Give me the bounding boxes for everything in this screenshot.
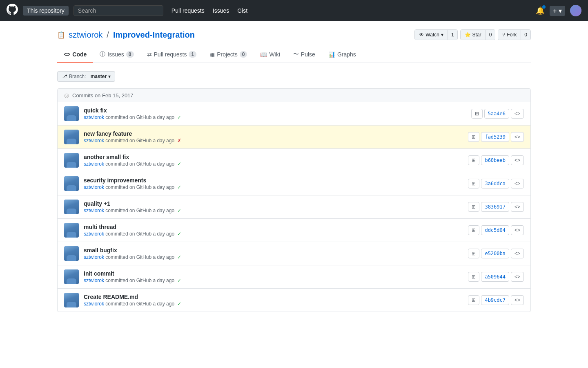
- browse-code-button[interactable]: <>: [511, 249, 524, 258]
- commit-author-link[interactable]: sztwiorok: [84, 114, 104, 120]
- commit-message-link[interactable]: security improvements: [84, 177, 146, 184]
- search-input[interactable]: Search: [74, 5, 163, 16]
- gist-nav-link[interactable]: Gist: [237, 7, 247, 14]
- star-count[interactable]: 0: [486, 30, 495, 40]
- commit-info: multi thread sztwiorok committed on GitH…: [84, 224, 463, 237]
- browse-code-button[interactable]: <>: [511, 295, 524, 305]
- avatar-face: [64, 200, 79, 214]
- commit-hash-link[interactable]: b60beeb: [481, 155, 509, 165]
- copy-hash-button[interactable]: ⊞: [468, 132, 479, 142]
- code-tab-icon: <>: [64, 51, 70, 58]
- browse-code-button[interactable]: <>: [511, 155, 524, 165]
- eye-icon: 👁: [419, 32, 424, 38]
- commits-date-icon: ◎: [64, 92, 69, 99]
- commit-author-link[interactable]: sztwiorok: [84, 184, 104, 190]
- check-success-icon: ✓: [177, 208, 181, 213]
- commit-message-link[interactable]: small bugfix: [84, 247, 117, 254]
- pr-tab-icon: ⇄: [147, 51, 152, 58]
- tab-pulse[interactable]: 〜 Pulse: [287, 47, 322, 63]
- browse-code-button[interactable]: <>: [511, 132, 524, 142]
- commit-row: init commit sztwiorok committed on GitHu…: [58, 265, 530, 289]
- projects-badge: 0: [240, 51, 247, 58]
- fork-count[interactable]: 0: [521, 30, 530, 40]
- issues-nav-link[interactable]: Issues: [213, 7, 229, 14]
- tab-projects[interactable]: ▦ Projects 0: [203, 47, 254, 63]
- commit-actions: ⊞ 4b9cdc7 <>: [468, 295, 524, 305]
- browse-code-button[interactable]: <>: [511, 202, 524, 212]
- copy-hash-button[interactable]: ⊞: [468, 272, 479, 282]
- commit-author-link[interactable]: sztwiorok: [84, 254, 104, 260]
- commit-author-link[interactable]: sztwiorok: [84, 138, 104, 144]
- commits-container: quick fix sztwiorok committed on GitHub …: [58, 102, 530, 312]
- browse-code-button[interactable]: <>: [511, 272, 524, 282]
- commit-message-link[interactable]: another small fix: [84, 154, 129, 160]
- commit-author-avatar: [64, 106, 79, 121]
- commit-hash-link[interactable]: e5200ba: [481, 249, 509, 258]
- commit-hash-link[interactable]: 5aa4e6: [484, 109, 509, 119]
- commit-row: multi thread sztwiorok committed on GitH…: [58, 219, 530, 242]
- star-button[interactable]: ⭐ Star: [461, 30, 486, 40]
- notifications-bell-icon[interactable]: 🔔: [536, 6, 545, 15]
- commit-hash-link[interactable]: ddc5d04: [481, 225, 509, 235]
- browse-code-button[interactable]: <>: [511, 225, 524, 235]
- commit-message-link[interactable]: quality +1: [84, 200, 110, 207]
- commit-author-link[interactable]: sztwiorok: [84, 161, 104, 167]
- commit-author-link[interactable]: sztwiorok: [84, 278, 104, 283]
- pull-requests-nav-link[interactable]: Pull requests: [172, 7, 205, 14]
- repo-name-link[interactable]: Improved-Integration: [113, 30, 195, 40]
- check-success-icon: ✓: [177, 301, 181, 307]
- watch-count[interactable]: 1: [448, 30, 457, 40]
- copy-hash-button[interactable]: ⊞: [468, 225, 479, 235]
- commit-author-link[interactable]: sztwiorok: [84, 301, 104, 307]
- check-success-icon: ✓: [177, 114, 181, 120]
- branch-selector[interactable]: ⎇ Branch: master ▾: [57, 71, 115, 82]
- avatar-face: [64, 176, 79, 191]
- tab-pull-requests[interactable]: ⇄ Pull requests 1: [140, 47, 203, 63]
- commit-message-link[interactable]: Create README.md: [84, 294, 138, 300]
- commit-info: security improvements sztwiorok committe…: [84, 177, 463, 190]
- new-item-plus-icon[interactable]: + ▾: [550, 6, 565, 16]
- commit-hash-link[interactable]: 3a6ddca: [481, 179, 509, 188]
- commit-message-link[interactable]: new fancy feature: [84, 130, 132, 137]
- pr-badge: 1: [189, 51, 196, 58]
- commit-info: quick fix sztwiorok committed on GitHub …: [84, 107, 466, 120]
- copy-hash-button[interactable]: ⊞: [471, 109, 483, 119]
- commit-row: security improvements sztwiorok committe…: [58, 172, 530, 195]
- tab-graphs[interactable]: 📊 Graphs: [322, 47, 363, 63]
- commit-hash-link[interactable]: 3836917: [481, 202, 509, 212]
- tab-code[interactable]: <> Code: [57, 47, 93, 63]
- commit-hash-link[interactable]: fad5239: [481, 132, 509, 142]
- commit-author-link[interactable]: sztwiorok: [84, 231, 104, 237]
- repo-title: 📋 sztwiorok / Improved-Integration: [57, 30, 195, 40]
- this-repository-label[interactable]: This repository: [23, 6, 69, 16]
- browse-code-button[interactable]: <>: [511, 109, 524, 119]
- check-success-icon: ✓: [177, 278, 181, 283]
- copy-hash-button[interactable]: ⊞: [468, 202, 479, 212]
- pulse-tab-icon: 〜: [293, 51, 299, 58]
- browse-code-button[interactable]: <>: [511, 179, 524, 188]
- issues-tab-icon: ⓘ: [100, 51, 105, 58]
- commit-author-link[interactable]: sztwiorok: [84, 208, 104, 213]
- commit-message-link[interactable]: quick fix: [84, 107, 107, 114]
- copy-hash-button[interactable]: ⊞: [468, 179, 479, 188]
- copy-hash-button[interactable]: ⊞: [468, 249, 479, 258]
- avatar-face: [64, 246, 79, 261]
- commit-message-link[interactable]: multi thread: [84, 224, 116, 230]
- tab-wiki[interactable]: 📖 Wiki: [254, 47, 286, 63]
- commit-row: new fancy feature sztwiorok committed on…: [58, 126, 530, 149]
- repo-separator: /: [107, 30, 109, 40]
- check-success-icon: ✓: [177, 254, 181, 260]
- repo-owner-link[interactable]: sztwiorok: [69, 30, 102, 40]
- copy-hash-button[interactable]: ⊞: [468, 155, 479, 165]
- commit-message-link[interactable]: init commit: [84, 270, 114, 277]
- fork-button[interactable]: ⑂ Fork: [498, 30, 521, 40]
- tab-issues[interactable]: ⓘ Issues 0: [93, 47, 140, 63]
- commit-hash-link[interactable]: 4b9cdc7: [481, 295, 509, 305]
- wiki-tab-icon: 📖: [260, 51, 267, 58]
- github-logo-icon[interactable]: [7, 4, 18, 18]
- user-avatar[interactable]: [570, 5, 581, 16]
- commits-date-header: ◎ Commits on Feb 15, 2017: [58, 89, 530, 102]
- commit-hash-link[interactable]: a509644: [481, 272, 509, 282]
- copy-hash-button[interactable]: ⊞: [468, 295, 479, 305]
- watch-button[interactable]: 👁 Watch ▾: [415, 30, 448, 40]
